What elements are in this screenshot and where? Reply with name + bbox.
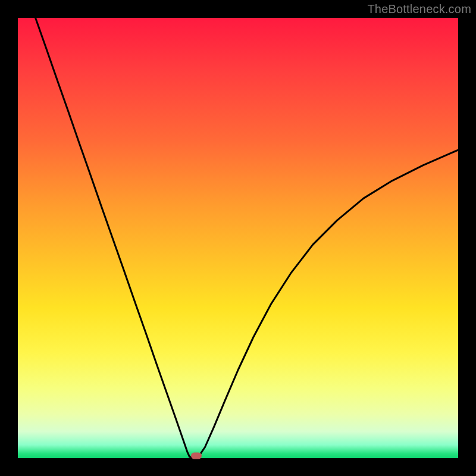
bottleneck-curve xyxy=(36,18,458,458)
chart-frame: TheBottleneck.com xyxy=(0,0,476,476)
curve-svg xyxy=(18,18,458,458)
plot-area xyxy=(18,18,458,458)
optimal-marker xyxy=(191,453,202,459)
watermark-text: TheBottleneck.com xyxy=(367,2,471,16)
